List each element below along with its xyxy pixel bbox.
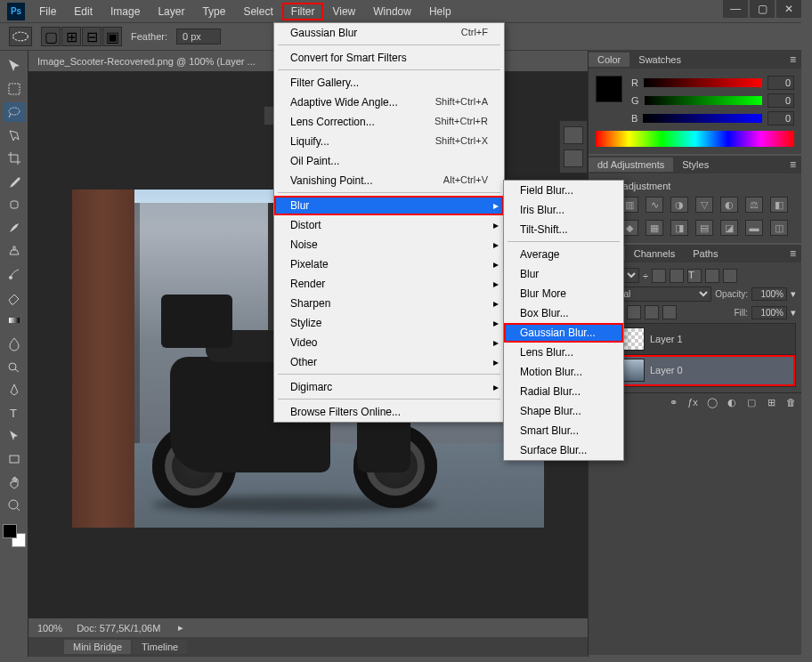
adj-gradientmap-icon[interactable]: ▬ — [745, 220, 763, 236]
filter-type-icon[interactable]: T — [687, 269, 702, 283]
layer-item[interactable]: 👁 Layer 0 — [595, 355, 795, 386]
selection-intersect[interactable]: ▣ — [102, 27, 122, 46]
crop-tool[interactable] — [4, 149, 25, 168]
layer-name[interactable]: Layer 1 — [650, 334, 683, 344]
tab-timeline[interactable]: Timeline — [133, 640, 187, 654]
b-slider[interactable] — [643, 114, 762, 123]
fill-dropdown-icon[interactable]: ▾ — [791, 307, 796, 319]
filter-convert-smart[interactable]: Convert for Smart Filters — [274, 48, 504, 68]
filter-other[interactable]: Other▸ — [274, 352, 504, 372]
zoom-level[interactable]: 100% — [37, 623, 62, 634]
fill-field[interactable]: 100% — [751, 306, 787, 319]
type-tool[interactable]: T — [4, 403, 25, 423]
filter-browse-online[interactable]: Browse Filters Online... — [274, 402, 504, 422]
menu-type[interactable]: Type — [193, 3, 234, 20]
filter-distort[interactable]: Distort▸ — [274, 215, 504, 235]
filter-adaptive-wide[interactable]: Adaptive Wide Angle...Shift+Ctrl+A — [274, 93, 504, 112]
color-panel-menu-icon[interactable]: ≡ — [784, 53, 801, 66]
blur-lens[interactable]: Lens Blur... — [504, 343, 623, 362]
marquee-tool[interactable] — [4, 79, 25, 99]
filter-vanishing-point[interactable]: Vanishing Point...Alt+Ctrl+V — [274, 171, 504, 190]
adj-exposure-icon[interactable]: ◑ — [670, 197, 688, 213]
g-value[interactable]: 0 — [767, 93, 794, 108]
filter-shape-icon[interactable] — [705, 269, 719, 283]
adj-hue-icon[interactable]: ◐ — [720, 197, 738, 213]
layer-fx-icon[interactable]: ƒx — [686, 397, 700, 409]
filter-sharpen[interactable]: Sharpen▸ — [274, 294, 504, 313]
opacity-dropdown-icon[interactable]: ▾ — [791, 288, 796, 300]
lasso-tool[interactable] — [4, 102, 25, 122]
menu-filter[interactable]: Filter — [282, 3, 324, 20]
menu-help[interactable]: Help — [420, 3, 460, 20]
link-layers-icon[interactable]: ⚭ — [666, 397, 680, 409]
menu-image[interactable]: Image — [102, 3, 149, 20]
filter-pixelate[interactable]: Pixelate▸ — [274, 254, 504, 274]
opacity-field[interactable]: 100% — [751, 287, 787, 301]
dodge-tool[interactable] — [4, 357, 25, 376]
color-preview-swatch[interactable] — [596, 76, 622, 102]
tab-channels[interactable]: Channels — [625, 246, 684, 261]
tab-swatches[interactable]: Swatches — [629, 52, 690, 67]
adj-posterize-icon[interactable]: ▤ — [695, 220, 713, 236]
filter-oil-paint[interactable]: Oil Paint... — [274, 151, 504, 171]
menu-select[interactable]: Select — [234, 3, 281, 20]
blur-average[interactable]: Average — [504, 245, 623, 264]
selection-new[interactable]: ▢ — [41, 27, 61, 46]
blur-box[interactable]: Box Blur... — [504, 303, 623, 323]
blur-tool[interactable] — [4, 334, 25, 353]
blur-blur[interactable]: Blur — [504, 264, 623, 284]
filter-pixel-icon[interactable] — [652, 269, 666, 283]
blur-shape[interactable]: Shape Blur... — [504, 401, 623, 421]
adj-colorlookup-icon[interactable]: ▦ — [646, 220, 663, 236]
minimize-button[interactable]: — — [723, 0, 748, 18]
spectrum-ramp[interactable] — [596, 131, 794, 147]
filter-blur[interactable]: Blur▸ — [274, 196, 504, 215]
delete-layer-icon[interactable]: 🗑 — [784, 397, 798, 409]
foreground-color-swatch[interactable] — [3, 524, 17, 538]
history-brush-tool[interactable] — [4, 264, 25, 284]
blur-tiltshift[interactable]: Tilt-Shift... — [504, 220, 623, 239]
maximize-button[interactable]: ▢ — [750, 0, 775, 18]
tab-adjustments[interactable]: dd Adjustments — [589, 157, 673, 172]
b-value[interactable]: 0 — [767, 111, 794, 125]
filter-liquify[interactable]: Liquify...Shift+Ctrl+X — [274, 132, 504, 151]
tool-preset-picker[interactable] — [9, 27, 32, 46]
new-group-icon[interactable]: ▢ — [744, 397, 759, 409]
filter-smart-icon[interactable] — [723, 269, 737, 283]
r-slider[interactable] — [644, 78, 762, 87]
feather-field[interactable]: 0 px — [176, 28, 221, 44]
layer-item[interactable]: 👁 Layer 1 — [595, 324, 795, 355]
g-slider[interactable] — [645, 96, 762, 105]
adj-curves-icon[interactable]: ∿ — [646, 197, 663, 213]
gradient-tool[interactable] — [4, 311, 25, 330]
path-select-tool[interactable] — [4, 426, 25, 446]
tab-paths[interactable]: Paths — [684, 246, 727, 261]
lock-all-icon[interactable] — [662, 305, 677, 319]
blur-iris[interactable]: Iris Blur... — [504, 200, 623, 220]
filter-last-used[interactable]: Gaussian BlurCtrl+F — [274, 23, 504, 43]
status-menu-arrow[interactable]: ▸ — [178, 622, 183, 634]
layers-panel-menu-icon[interactable]: ≡ — [784, 247, 801, 260]
new-layer-icon[interactable]: ⊞ — [764, 397, 778, 409]
blur-motion[interactable]: Motion Blur... — [504, 362, 623, 382]
filter-digimarc[interactable]: Digimarc▸ — [274, 377, 504, 397]
blur-more[interactable]: Blur More — [504, 284, 623, 303]
filter-gallery[interactable]: Filter Gallery... — [274, 73, 504, 93]
hand-tool[interactable] — [4, 472, 25, 492]
blur-surface[interactable]: Surface Blur... — [504, 440, 623, 460]
add-mask-icon[interactable]: ◯ — [705, 397, 719, 409]
adj-invert-icon[interactable]: ◨ — [670, 220, 688, 236]
clone-stamp-tool[interactable] — [4, 241, 25, 261]
selection-add[interactable]: ⊞ — [61, 27, 81, 46]
menu-file[interactable]: File — [30, 3, 65, 20]
filter-noise[interactable]: Noise▸ — [274, 235, 504, 254]
adj-selectivecolor-icon[interactable]: ◫ — [770, 220, 788, 236]
healing-tool[interactable] — [4, 195, 25, 214]
filter-video[interactable]: Video▸ — [274, 333, 504, 352]
menu-edit[interactable]: Edit — [65, 3, 102, 20]
selection-subtract[interactable]: ⊟ — [82, 27, 102, 46]
close-button[interactable]: ✕ — [776, 0, 801, 18]
move-tool[interactable] — [4, 56, 25, 76]
lock-position-icon[interactable] — [645, 305, 659, 319]
zoom-tool[interactable] — [4, 496, 25, 515]
